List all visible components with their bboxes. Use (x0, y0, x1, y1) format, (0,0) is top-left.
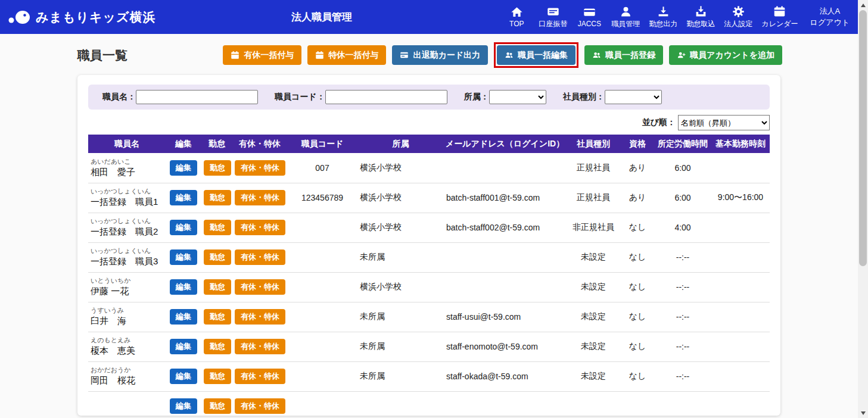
logout-button[interactable]: 法人A ログアウト (810, 6, 850, 27)
scrollbar-down-icon[interactable] (858, 408, 868, 418)
scrollbar-thumb[interactable] (859, 10, 867, 266)
work-time-cell: 9:00〜16:00 (711, 183, 770, 213)
email-cell (444, 242, 566, 272)
staff-name: 一括登録 職員3 (91, 255, 163, 267)
column-header: 資格 (621, 135, 654, 153)
employee-type-cell (566, 391, 621, 416)
add-staff-account-button[interactable]: 職員アカウントを追加 (669, 45, 782, 65)
email-cell (444, 272, 566, 302)
attendance-button[interactable]: 勤怠 (204, 279, 231, 295)
attendance-card-output-button[interactable]: 出退勤カード出力 (392, 45, 488, 65)
qualification-cell: なし (621, 272, 654, 302)
edit-button[interactable]: 編集 (170, 398, 197, 414)
attendance-button[interactable]: 勤怠 (204, 369, 231, 384)
scrollbar-up-icon[interactable] (858, 0, 868, 10)
nav-jaccs[interactable]: JACCS (576, 6, 602, 28)
staff-code-cell (287, 213, 357, 242)
nav-staff-management[interactable]: 職員管理 (611, 5, 640, 29)
email-cell: staff-enomoto@t-59.com (444, 332, 566, 361)
logo[interactable]: みまもりキッズ横浜 (7, 8, 155, 27)
edit-button[interactable]: 編集 (170, 309, 197, 325)
nav-bank-transfer[interactable]: 口座振替 (539, 5, 567, 29)
staff-name-cell: いっかつしょくいん 一括登録 職員3 (88, 242, 166, 272)
nav-corporate-settings[interactable]: 法人設定 (724, 5, 752, 29)
department-cell (357, 391, 444, 416)
sort-label: 並び順： (642, 117, 676, 128)
logo-text: みまもりキッズ横浜 (36, 9, 155, 26)
attendance-button[interactable]: 勤怠 (204, 398, 231, 414)
attendance-button[interactable]: 勤怠 (204, 249, 231, 265)
leave-button[interactable]: 有休・特休 (235, 190, 285, 205)
attendance-button[interactable]: 勤怠 (204, 160, 231, 176)
staff-table: 職員名編集勤怠有休・特休職員コード所属メールアドレス（ログインID）社員種別資格… (88, 135, 770, 416)
employee-type-cell: 未設定 (566, 361, 621, 391)
bulk-special-leave-button[interactable]: 特休一括付与 (307, 45, 386, 65)
working-hours-cell: --:-- (654, 242, 711, 272)
table-row: うすいうみ 臼井 海 編集 勤怠 有休・特休 未所属 staff-usui@t-… (88, 302, 770, 332)
department-cell: 未所属 (357, 332, 444, 361)
attendance-button[interactable]: 勤怠 (204, 220, 231, 235)
department-select[interactable] (489, 90, 546, 104)
work-time-cell (711, 302, 770, 332)
staff-code-input[interactable] (325, 90, 447, 104)
staff-code-cell (287, 391, 357, 416)
column-header: 基本勤務時刻 (711, 135, 770, 153)
work-time-cell (711, 153, 770, 183)
nav-attendance-import[interactable]: 勤怠取込 (686, 5, 715, 29)
staff-name-kana: おかだおうか (91, 366, 163, 375)
nav-calendar[interactable]: カレンダー (761, 5, 798, 29)
edit-button[interactable]: 編集 (170, 220, 197, 235)
leave-button[interactable]: 有休・特休 (235, 369, 285, 384)
department-cell: 未所属 (357, 302, 444, 332)
staff-name-input[interactable] (136, 90, 258, 104)
edit-button[interactable]: 編集 (170, 160, 197, 176)
account-name: 法人A (810, 6, 850, 17)
table-row: いっかつしょくいん 一括登録 職員2 編集 勤怠 有休・特休 横浜小学校 bat… (88, 213, 770, 242)
email-cell: staff-usui@t-59.com (444, 302, 566, 332)
attendance-button[interactable]: 勤怠 (204, 339, 231, 354)
table-row: いっかつしょくいん 一括登録 職員3 編集 勤怠 有休・特休 未所属 未設定 な… (88, 242, 770, 272)
attendance-button[interactable]: 勤怠 (204, 309, 231, 325)
work-time-cell (711, 332, 770, 361)
working-hours-cell: --:-- (654, 302, 711, 332)
leave-button[interactable]: 有休・特休 (235, 160, 285, 176)
leave-button[interactable]: 有休・特休 (235, 249, 285, 265)
leave-button[interactable]: 有休・特休 (235, 398, 285, 414)
leave-button[interactable]: 有休・特休 (235, 220, 285, 235)
leave-button[interactable]: 有休・特休 (235, 339, 285, 354)
column-header: 所属 (357, 135, 444, 153)
employee-type-cell: 非正規社員 (566, 213, 621, 242)
sort-select[interactable]: 名前順（昇順） (678, 115, 770, 130)
nav-attendance-export[interactable]: 勤怠出力 (649, 5, 677, 29)
qualification-cell: あり (621, 153, 654, 183)
edit-button[interactable]: 編集 (170, 190, 197, 205)
staff-code-cell (287, 302, 357, 332)
staff-bulk-register-button[interactable]: 職員一括登録 (584, 45, 663, 65)
edit-button[interactable]: 編集 (170, 369, 197, 384)
leave-button[interactable]: 有休・特休 (235, 279, 285, 295)
qualification-cell (621, 391, 654, 416)
nav-top[interactable]: TOP (503, 6, 530, 28)
staff-name-filter-label: 職員名： (102, 92, 136, 102)
qualification-cell: あり (621, 183, 654, 213)
working-hours-cell: 6:00 (654, 153, 711, 183)
column-header: 職員コード (287, 135, 357, 153)
staff-name-kana: いっかつしょくいん (91, 188, 163, 196)
staff-code-cell: 123456789 (287, 183, 357, 213)
attendance-button[interactable]: 勤怠 (204, 190, 231, 205)
leave-button[interactable]: 有休・特休 (235, 309, 285, 325)
vertical-scrollbar[interactable] (858, 0, 868, 418)
staff-name: 榎本 恵美 (91, 345, 163, 357)
edit-button[interactable]: 編集 (170, 249, 197, 265)
staff-bulk-edit-button[interactable]: 職員一括編集 (497, 45, 575, 65)
staff-name: 臼井 海 (91, 315, 163, 327)
edit-button[interactable]: 編集 (170, 339, 197, 354)
bulk-paid-leave-button[interactable]: 有休一括付与 (223, 45, 301, 65)
header-nav: TOP 口座振替 JACCS 職員管理 勤怠出力 勤怠取込 法人設定 カレンダ (503, 5, 798, 29)
edit-button[interactable]: 編集 (170, 279, 197, 295)
calendar-icon (315, 51, 324, 60)
department-filter-label: 所属： (464, 92, 489, 102)
card-icon (400, 51, 409, 60)
employee-type-cell: 未設定 (566, 332, 621, 361)
employee-type-select[interactable] (605, 90, 662, 104)
